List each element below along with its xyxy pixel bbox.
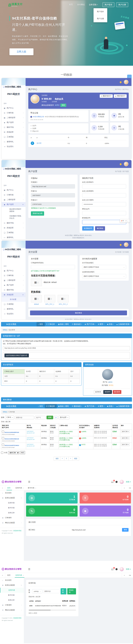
nav-item[interactable]: 业务登陆∨ (89, 4, 98, 6)
bell-icon[interactable] (120, 81, 122, 83)
sidebar-menu-item[interactable]: ☰网站信息配置› (0, 608, 24, 612)
admin-nav-item[interactable]: ☻用户/工单▾ (83, 404, 96, 408)
tab[interactable]: 账号列表× (26, 486, 38, 490)
row-checkbox[interactable] (2, 430, 4, 433)
sidebar-menu-item[interactable]: ☷服务市场› (2, 125, 26, 130)
confirm-edit-button[interactable]: 确定修改 (95, 226, 105, 230)
template-option[interactable]: ▦▯ INTL_PAY_1 (44, 295, 55, 305)
merchant-id-link[interactable]: 165759307 (27, 437, 40, 439)
tabs-menu-icon[interactable]: ≡▾ (127, 573, 133, 578)
timeout-field[interactable] (31, 265, 75, 269)
qq-unbound-link[interactable]: 未绑定 (55, 104, 60, 106)
admin-nav-item[interactable]: ☁云端/插件/更新▾ (115, 322, 132, 326)
admin-nav-item[interactable]: ☻用户/工单▾ (83, 322, 96, 326)
sidebar-menu-item[interactable]: ☰订单列表› (2, 192, 26, 197)
user-avatar[interactable] (124, 80, 128, 84)
user-avatar[interactable] (124, 162, 128, 166)
user-avatar[interactable] (120, 567, 124, 571)
sidebar-menu-item[interactable]: ▣用户中心 (2, 268, 26, 273)
sidebar-menu-item[interactable]: ▣用户中心 (2, 188, 26, 192)
select-all-checkbox[interactable] (1, 452, 3, 454)
admin-nav-item[interactable]: ☰订单记录 (45, 404, 57, 408)
search-keyword-input[interactable] (15, 416, 34, 419)
sidebar-menu-item[interactable]: ☷服务市场› (2, 288, 26, 292)
join-now-button[interactable]: 立即入驻 (10, 48, 34, 55)
user-avatar[interactable] (124, 242, 128, 247)
close-icon[interactable]: × (23, 487, 24, 489)
sidebar-menu-item[interactable]: 充值额度/开通免挂会员 (2, 214, 26, 220)
horizontal-scrollbar[interactable] (28, 610, 76, 611)
sidebar-menu-item[interactable]: 登录记录 (0, 598, 24, 603)
admin-nav-item[interactable]: ⚙配置▾ (96, 404, 106, 408)
merchant-id-input[interactable] (35, 416, 46, 419)
merchant-login-button[interactable]: 商户登录 (102, 2, 114, 7)
monitor-url-field[interactable] (3, 346, 130, 350)
sidebar-menu-item[interactable]: ▦二维码管理› (2, 197, 26, 202)
template-option-name[interactable]: INTL_PAY_1 (45, 303, 54, 305)
sidebar-menu-item[interactable]: ☰订单列表› (2, 110, 26, 115)
filter-select[interactable]: 显示全部▾ (59, 416, 69, 420)
user-avatar[interactable] (120, 480, 124, 484)
bind-button[interactable]: 绑定 (60, 104, 66, 107)
username[interactable]: 清晨 ▾ (126, 568, 130, 570)
page-button[interactable]: 首页 (54, 457, 60, 460)
logout-button[interactable]: 退出登录 (113, 390, 121, 394)
admin-brand[interactable]: 94支付系统 (1, 322, 19, 326)
order-action-button[interactable]: 操作订单 ▾ (121, 430, 130, 433)
page-button[interactable]: 1 (64, 457, 68, 460)
tabs-left-arrow[interactable]: « (0, 573, 5, 578)
sidebar-menu-item[interactable]: ❏工单系统 (2, 230, 26, 235)
sidebar-menu-item[interactable]: ▭邀请有礼 (2, 306, 26, 311)
username[interactable]: 清晨 ▾ (126, 481, 130, 483)
announcement-link[interactable]: 94支付系统公告 (33, 116, 44, 118)
admin-nav-item[interactable]: ▦收款二维码 (57, 322, 71, 326)
tabs-left-arrow[interactable]: « (0, 486, 5, 490)
agg-brand[interactable]: C 聚合登录后台管理 (0, 568, 26, 570)
sidebar-menu-item[interactable]: 应用列表 (0, 588, 24, 593)
dropdown-item[interactable]: 商户注册 (94, 15, 107, 22)
sidebar-menu-item[interactable]: 应用列表 (0, 500, 24, 506)
agg-brand[interactable]: C 聚合登录后台管理 (0, 480, 26, 483)
sidebar-menu-item[interactable]: ☰订单列表› (2, 273, 26, 278)
admin-nav-item[interactable]: ⌂首页 (36, 404, 44, 408)
sidebar-menu-item[interactable]: ⇥安全退出 (2, 311, 26, 316)
search-type-select[interactable]: 订单号▾ (5, 416, 14, 420)
bulk-confirm-button[interactable]: 确定 (20, 451, 25, 454)
site-logo[interactable]: B 清晨支付pay life learn (8, 3, 22, 7)
tab[interactable]: 首页 (5, 573, 14, 578)
nav-item[interactable]: 支付测试 (77, 4, 85, 6)
sidebar-menu-item[interactable]: ❏工单系统 (2, 302, 26, 306)
confirm-edit-button[interactable]: 确定修改 (30, 310, 127, 315)
view-key-button[interactable]: ◎查看对接KEY (114, 94, 127, 98)
admin-nav-item[interactable]: ⌂首页 (36, 322, 44, 326)
merchant-register-button[interactable]: 商户注册 (116, 2, 128, 7)
sidebar-menu-item[interactable]: ⚙应用信息配置∨ (0, 583, 24, 588)
add-app-button[interactable]: 添加应用 (67, 588, 76, 594)
tab[interactable]: 应用列表× (14, 573, 26, 578)
email-code-field[interactable] (82, 220, 126, 224)
domain-link[interactable]: qd.ylcom.net (27, 445, 40, 447)
sidebar-menu-item[interactable]: ⌘其他设置› (2, 130, 26, 134)
reset-key-button[interactable]: ↻重置对接KEY (100, 94, 112, 98)
search-button[interactable]: 搜索 (46, 416, 53, 419)
admin-nav-item[interactable]: ✆微信免挂▾ (70, 404, 83, 408)
hamburger-icon[interactable]: ☰ (28, 568, 30, 570)
input-method-bar[interactable]: S中 · ☺ ⌄ (120, 219, 130, 222)
custom-password-field[interactable] (82, 193, 126, 198)
online-monitor-button[interactable]: 点此可在线挂1分钟以下监控方式. (4, 354, 29, 357)
admin-nav-item[interactable]: ◉其他▾ (106, 322, 115, 326)
sidebar-menu-item[interactable]: ▦二维码管理› (2, 115, 26, 120)
admin-brand[interactable]: 94支付系统 (1, 404, 19, 408)
back-home-button[interactable]: 返回首页 (94, 390, 102, 394)
change-password-button[interactable]: 修改密码 (103, 390, 112, 394)
tabs-menu-icon[interactable]: ≡▾ (127, 486, 133, 490)
view-docs-button[interactable]: 查看开发文档 (31, 211, 44, 216)
order-action-button[interactable]: 操作订单 ▾ (121, 436, 130, 440)
page-button[interactable]: « (60, 457, 64, 460)
copyright-link[interactable]: 清晨登录系统 (13, 530, 22, 532)
sidebar-menu-item[interactable]: ⌂后台首页 (0, 578, 24, 583)
page-button[interactable]: 尾页 (72, 457, 79, 460)
sidebar-menu-item[interactable]: 登录记录 (0, 510, 24, 515)
sidebar-menu-item[interactable]: 修改密码/查看对接密钥 (2, 207, 26, 214)
breadcrumb-home[interactable]: 控制台 (3, 329, 8, 331)
